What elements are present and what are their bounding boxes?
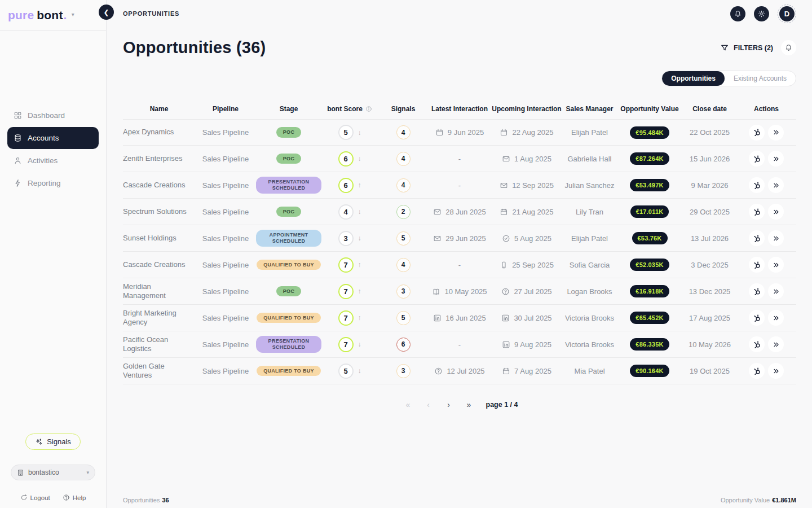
bont-score-value: 7 bbox=[338, 284, 354, 299]
hubspot-action-button[interactable] bbox=[749, 283, 765, 299]
cell-actions bbox=[736, 310, 796, 326]
expand-row-button[interactable] bbox=[768, 310, 784, 326]
chevron-left-icon: ❮ bbox=[103, 8, 109, 16]
sidebar-item-dashboard[interactable]: Dashboard bbox=[7, 104, 99, 126]
sidebar-collapse-button[interactable]: ❮ bbox=[99, 5, 114, 20]
table-row[interactable]: Cascade CreationsSales PipelineQUALIFIED… bbox=[123, 252, 796, 278]
hubspot-icon bbox=[753, 181, 761, 190]
expand-row-button[interactable] bbox=[768, 151, 784, 167]
building-icon bbox=[17, 469, 24, 476]
notifications-button[interactable] bbox=[730, 6, 745, 21]
pagination-last-button[interactable]: » bbox=[462, 398, 476, 411]
settings-button[interactable] bbox=[754, 6, 769, 21]
stage-badge: PRESENTATION SCHEDULED bbox=[256, 336, 321, 353]
dashboard-icon bbox=[14, 111, 22, 120]
table-row[interactable]: Bright Marketing AgencySales PipelineQUA… bbox=[123, 305, 796, 331]
cell-signals: 4 bbox=[378, 258, 429, 272]
hubspot-action-button[interactable] bbox=[749, 257, 765, 273]
alerts-button[interactable] bbox=[781, 40, 796, 55]
cell-latest-interaction: - bbox=[429, 155, 491, 163]
table-row[interactable]: Zenith EnterprisesSales PipelinePOC6↓4-1… bbox=[123, 146, 796, 172]
bont-score-value: 5 bbox=[338, 125, 354, 140]
expand-row-button[interactable] bbox=[768, 363, 784, 379]
cell-actions bbox=[736, 230, 796, 246]
table-row[interactable]: Apex DynamicsSales PipelinePOC5↓49 Jun 2… bbox=[123, 119, 796, 146]
info-icon bbox=[365, 106, 372, 112]
sidebar-item-label: Accounts bbox=[28, 134, 59, 142]
hubspot-action-button[interactable] bbox=[749, 230, 765, 246]
trend-down-icon: ↓ bbox=[358, 208, 361, 216]
double-chevron-right-icon bbox=[772, 261, 780, 269]
table-row[interactable]: Pacific Ocean LogisticsSales PipelinePRE… bbox=[123, 331, 796, 358]
filters-button[interactable]: FILTERS (2) bbox=[720, 43, 773, 52]
actions-wrap bbox=[749, 310, 784, 326]
expand-row-button[interactable] bbox=[768, 125, 784, 141]
hubspot-icon bbox=[753, 340, 761, 349]
help-icon bbox=[63, 494, 70, 501]
column-header-label: Sales Manager bbox=[566, 105, 613, 113]
cell-close-date: 22 Oct 2025 bbox=[683, 128, 736, 137]
interaction-date: 9 Aug 2025 bbox=[514, 340, 551, 349]
sparkles-icon bbox=[35, 438, 43, 446]
table-row[interactable]: Spectrum SolutionsSales PipelinePOC4↓228… bbox=[123, 199, 796, 225]
hubspot-action-button[interactable] bbox=[749, 204, 765, 220]
question-icon bbox=[501, 287, 510, 296]
footer-right-label: Opportunity Value bbox=[721, 497, 770, 503]
expand-row-button[interactable] bbox=[768, 257, 784, 273]
actions-wrap bbox=[749, 151, 784, 167]
sidebar-item-reporting[interactable]: Reporting bbox=[7, 172, 99, 194]
linkedin-icon bbox=[433, 314, 442, 322]
opportunity-value-badge: €52.035K bbox=[630, 259, 669, 271]
bell-icon bbox=[784, 43, 793, 52]
help-button[interactable]: Help bbox=[63, 494, 86, 501]
pagination-next-button[interactable]: › bbox=[442, 398, 456, 411]
signals-count: 4 bbox=[396, 178, 411, 192]
hubspot-icon bbox=[753, 367, 761, 375]
sidebar-item-label: Dashboard bbox=[28, 111, 65, 120]
table-row[interactable]: Cascade CreationsSales PipelinePRESENTAT… bbox=[123, 172, 796, 199]
hubspot-action-button[interactable] bbox=[749, 125, 765, 141]
signals-button[interactable]: Signals bbox=[25, 433, 81, 450]
cell-close-date: 3 Dec 2025 bbox=[683, 261, 736, 269]
tab-existing-accounts[interactable]: Existing Accounts bbox=[725, 71, 796, 86]
table-row[interactable]: Golden Gate VenturesSales PipelineQUALIF… bbox=[123, 358, 796, 384]
hubspot-action-button[interactable] bbox=[749, 310, 765, 326]
hubspot-action-button[interactable] bbox=[749, 363, 765, 379]
expand-row-button[interactable] bbox=[768, 177, 784, 193]
hubspot-action-button[interactable] bbox=[749, 151, 765, 167]
logout-button[interactable]: Logout bbox=[20, 494, 50, 501]
cell-signals: 4 bbox=[378, 125, 429, 139]
double-chevron-right-icon bbox=[772, 208, 780, 216]
hubspot-action-button[interactable] bbox=[749, 177, 765, 193]
sidebar-item-activities[interactable]: Activities bbox=[7, 150, 99, 172]
calendar-icon bbox=[435, 128, 444, 137]
cell-opportunity-value: €90.164K bbox=[616, 365, 683, 377]
table-row[interactable]: Meridian ManagementSales PipelinePOC7↑31… bbox=[123, 278, 796, 305]
cell-latest-interaction: - bbox=[429, 261, 491, 269]
tab-opportunities[interactable]: Opportunities bbox=[662, 71, 725, 86]
user-avatar[interactable]: D bbox=[778, 5, 796, 23]
expand-row-button[interactable] bbox=[768, 230, 784, 246]
sidebar-item-accounts[interactable]: Accounts bbox=[7, 127, 99, 149]
cell-actions bbox=[736, 257, 796, 273]
column-header-name: Name bbox=[123, 105, 195, 113]
hubspot-icon bbox=[753, 287, 761, 296]
actions-wrap bbox=[749, 257, 784, 273]
cell-pipeline: Sales Pipeline bbox=[195, 314, 256, 322]
cell-bont-score: 7↑ bbox=[321, 284, 378, 299]
cell-opportunity-value: €87.264K bbox=[616, 152, 683, 165]
org-selector[interactable]: bontastico ▾ bbox=[11, 465, 95, 480]
pagination-prev-button[interactable]: ‹ bbox=[422, 398, 435, 411]
cell-latest-interaction: 29 Jun 2025 bbox=[429, 234, 491, 243]
expand-row-button[interactable] bbox=[768, 283, 784, 299]
pagination-first-button[interactable]: « bbox=[401, 398, 415, 411]
brand-chevron-down-icon[interactable]: ▾ bbox=[72, 11, 74, 17]
expand-row-button[interactable] bbox=[768, 204, 784, 220]
expand-row-button[interactable] bbox=[768, 336, 784, 352]
stage-badge: QUALIFIED TO BUY bbox=[257, 366, 321, 376]
hubspot-action-button[interactable] bbox=[749, 336, 765, 352]
table-row[interactable]: Sunset HoldingsSales PipelineAPPOINTMENT… bbox=[123, 225, 796, 252]
bont-score-value: 7 bbox=[338, 337, 354, 352]
cell-upcoming-interaction: 9 Aug 2025 bbox=[491, 340, 563, 349]
sidebar-item-label: Reporting bbox=[28, 179, 61, 187]
